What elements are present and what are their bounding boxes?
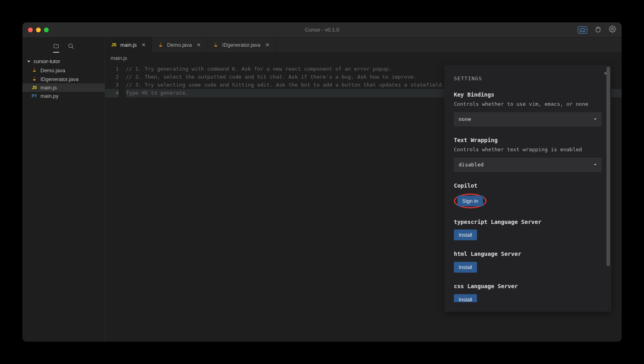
maximize-window-button[interactable] xyxy=(44,28,49,32)
keybindings-select[interactable]: none xyxy=(454,112,602,127)
file-name: IDgenerator.java xyxy=(40,76,78,82)
close-icon[interactable]: ✕ xyxy=(265,42,270,48)
app-window: Cursor - v0.1.0 xyxy=(22,22,622,342)
line-number: 4 xyxy=(105,89,119,97)
close-icon[interactable]: ✕ xyxy=(141,42,146,48)
folder-root[interactable]: cursor-tutor xyxy=(22,57,105,66)
titlebar: Cursor - v0.1.0 xyxy=(22,22,622,38)
wrapping-label: Text Wrapping xyxy=(454,136,602,145)
setting-ts-server: typescript Language Server Install xyxy=(454,218,602,241)
file-tree: Demo.javaIDgenerator.javaJSmain.jsPYmain… xyxy=(22,66,105,342)
tree-item[interactable]: JSmain.js xyxy=(22,83,105,92)
hand-icon[interactable] xyxy=(594,26,602,34)
tab-label: main.js xyxy=(120,42,137,48)
keybindings-value: none xyxy=(459,115,471,123)
wrapping-value: disabled xyxy=(459,161,484,169)
file-name: main.js xyxy=(40,85,57,91)
editor-tab[interactable]: Demo.java✕ xyxy=(152,38,207,52)
code-area[interactable]: 1234 // 1. Try generating with command K… xyxy=(105,63,622,342)
install-html-button[interactable]: Install xyxy=(454,262,477,273)
file-name: Demo.java xyxy=(40,67,65,73)
window-controls xyxy=(28,28,49,32)
close-window-button[interactable] xyxy=(28,28,33,32)
close-icon[interactable]: ✕ xyxy=(197,42,201,48)
svg-point-5 xyxy=(69,44,72,47)
gutter: 1234 xyxy=(105,63,126,342)
search-tab-icon[interactable] xyxy=(68,43,74,53)
svg-line-6 xyxy=(72,47,74,49)
install-css-button[interactable]: Install xyxy=(454,294,477,302)
line-number: 2 xyxy=(105,73,119,81)
tab-label: Demo.java xyxy=(167,42,192,48)
py-file-icon: PY xyxy=(31,94,38,98)
copilot-label: Copilot xyxy=(454,182,602,190)
wrapping-select[interactable]: disabled xyxy=(454,158,602,172)
file-name: main.py xyxy=(40,93,59,99)
scrollbar[interactable] xyxy=(606,67,610,294)
breadcrumb: main.js xyxy=(105,53,622,63)
java-file-icon xyxy=(157,42,164,48)
keybindings-label: Key Bindings xyxy=(454,91,602,99)
install-ts-button[interactable]: Install xyxy=(454,229,477,240)
line-number: 3 xyxy=(105,81,119,89)
tab-bar: JSmain.js✕Demo.java✕IDgenerator.java✕ xyxy=(105,38,622,53)
editor-tab[interactable]: IDgenerator.java✕ xyxy=(207,38,275,52)
code-lines: // 1. Try generating with command K. Ask… xyxy=(126,63,622,342)
line-number: 1 xyxy=(105,65,119,73)
tab-label: IDgenerator.java xyxy=(222,42,260,48)
chevron-down-icon xyxy=(594,118,597,121)
settings-panel: ✕ SETTINGS Key Bindings Controls whether… xyxy=(444,65,611,312)
html-server-label: html Language Server xyxy=(454,250,602,259)
js-file-icon: JS xyxy=(31,85,38,90)
svg-rect-0 xyxy=(580,28,585,32)
folder-name: cursor-tutor xyxy=(34,58,60,64)
bot-icon[interactable] xyxy=(578,26,587,34)
svg-point-1 xyxy=(581,30,582,30)
css-server-label: css Language Server xyxy=(454,282,602,291)
setting-wrapping: Text Wrapping Controls whether text wrap… xyxy=(454,136,602,172)
highlight-ring: Sign in xyxy=(454,194,487,208)
settings-title: SETTINGS xyxy=(454,75,602,83)
setting-html-server: html Language Server Install xyxy=(454,250,602,273)
ts-server-label: typescript Language Server xyxy=(454,218,602,227)
java-file-icon xyxy=(31,67,38,73)
wrapping-desc: Controls whether text wrapping is enable… xyxy=(454,146,602,154)
setting-keybindings: Key Bindings Controls whether to use vim… xyxy=(454,91,602,127)
java-file-icon xyxy=(31,76,38,82)
editor-area: JSmain.js✕Demo.java✕IDgenerator.java✕ ma… xyxy=(105,38,622,342)
sidebar-tabs xyxy=(22,38,105,57)
keybindings-desc: Controls whether to use vim, emacs, or n… xyxy=(454,100,602,108)
java-file-icon xyxy=(213,42,219,48)
svg-point-2 xyxy=(583,30,584,30)
setting-copilot: Copilot Sign in xyxy=(454,182,602,208)
explorer-tab-icon[interactable] xyxy=(53,43,59,53)
titlebar-actions xyxy=(578,26,616,34)
svg-point-4 xyxy=(612,28,614,30)
tree-item[interactable]: Demo.java xyxy=(22,66,105,75)
app-title: Cursor - v0.1.0 xyxy=(305,27,339,33)
js-file-icon: JS xyxy=(111,43,117,47)
scrollbar-thumb[interactable] xyxy=(606,67,610,266)
chevron-down-icon xyxy=(594,163,597,166)
signin-button[interactable]: Sign in xyxy=(457,196,483,206)
editor-tab[interactable]: JSmain.js✕ xyxy=(105,38,152,52)
minimize-window-button[interactable] xyxy=(36,28,41,32)
main-area: cursor-tutor Demo.javaIDgenerator.javaJS… xyxy=(22,38,622,342)
sidebar: cursor-tutor Demo.javaIDgenerator.javaJS… xyxy=(22,38,105,342)
setting-css-server: css Language Server Install xyxy=(454,282,602,302)
tree-item[interactable]: IDgenerator.java xyxy=(22,75,105,83)
tree-item[interactable]: PYmain.py xyxy=(22,92,105,100)
gear-icon[interactable] xyxy=(609,26,616,34)
